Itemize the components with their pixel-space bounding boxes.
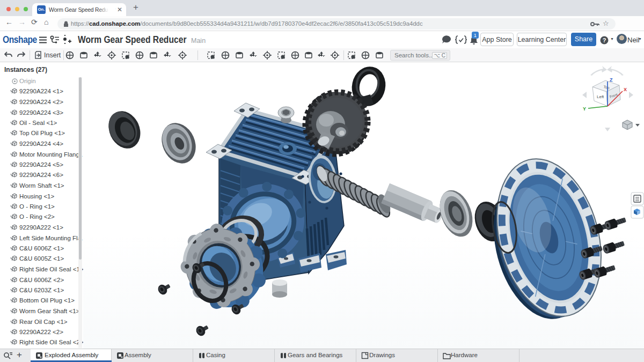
svg-text:Y: Y [583,106,586,112]
svg-text:Left: Left [597,94,604,99]
svg-text:X: X [624,87,627,92]
svg-text:Z: Z [610,77,613,83]
svg-text:?: ? [603,37,606,43]
